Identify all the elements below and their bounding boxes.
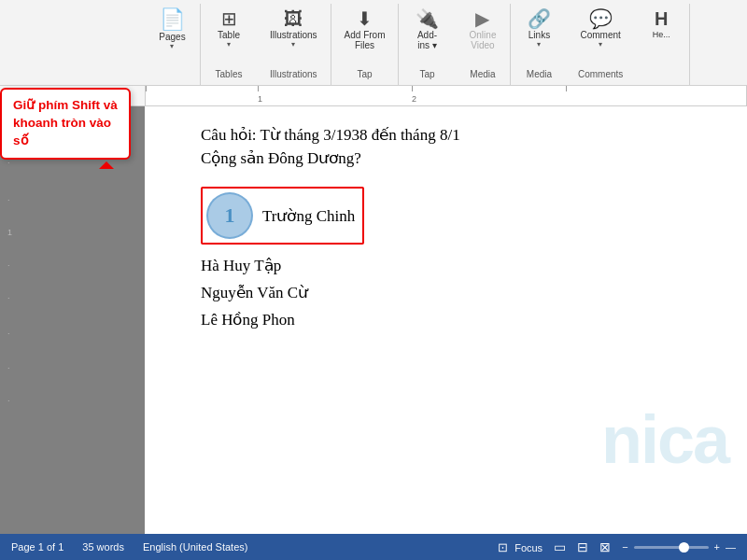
header-footer-icon: H xyxy=(655,9,668,28)
ribbon-group-add-from-files: ⬇ Add FromFiles Tap xyxy=(331,4,400,85)
comment-button[interactable]: 💬 Comment ▾ xyxy=(574,6,626,69)
answer-list: 1 Trường Chinh Hà Huy Tập Nguyễn Văn Cừ … xyxy=(201,183,719,333)
header-footer-button[interactable]: H He... xyxy=(647,6,676,83)
ribbon-group-links: 🔗 Links ▾ Media xyxy=(511,4,567,85)
zoom-track[interactable] xyxy=(634,546,709,549)
language: English (United States) xyxy=(143,541,248,553)
ribbon-group-online-video: ▶ OnlineVideo Media xyxy=(455,4,511,85)
page-info: Page 1 of 1 xyxy=(11,541,63,553)
zoom-minus[interactable]: − xyxy=(622,541,627,553)
add-from-files-group-label: Tap xyxy=(357,69,372,83)
focus-label[interactable]: ⊡ Focus xyxy=(498,539,543,554)
dot-3: · xyxy=(7,195,10,204)
dot-9: · xyxy=(7,396,10,405)
pages-label: Pages xyxy=(159,32,185,42)
illustrations-group-label: Illustrations xyxy=(270,69,317,83)
answer-circle-1: 1 xyxy=(206,192,253,239)
ribbon-group-pages: 📄 Pages ▾ xyxy=(145,4,201,85)
illustrations-icon: 🖼 xyxy=(284,9,303,28)
ruler-tick-1: 1 xyxy=(258,86,262,105)
callout-tooltip: Giữ phím Shift vàkhoanh tròn vàosố xyxy=(0,88,131,160)
ruler-tick-2: 2 xyxy=(412,86,416,105)
answer-text-2: Hà Huy Tập xyxy=(201,256,281,275)
comment-label: Comment xyxy=(580,30,620,40)
links-group-label: Media xyxy=(527,69,552,83)
answer-text-1: Trường Chinh xyxy=(262,206,355,226)
table-button[interactable]: ⊞ Table ▾ xyxy=(212,6,246,69)
comments-group-label: Comments xyxy=(578,69,623,83)
illustrations-label: Illustrations xyxy=(270,30,317,40)
add-from-files-label: Add FromFiles xyxy=(345,30,386,50)
ribbon-group-add-ins: 🔌 Add-ins ▾ Tap xyxy=(399,4,455,85)
ribbon-group-comment: 💬 Comment ▾ Comments xyxy=(567,4,633,85)
answer-item-3: Nguyễn Văn Cừ xyxy=(201,279,719,306)
links-button[interactable]: 🔗 Links ▾ xyxy=(522,6,557,69)
add-from-files-icon: ⬇ xyxy=(357,9,373,28)
pages-button[interactable]: 📄 Pages ▾ xyxy=(153,6,190,83)
online-video-button[interactable]: ▶ OnlineVideo xyxy=(464,6,502,69)
answer-text-4: Lê Hồng Phon xyxy=(201,310,295,329)
status-right: ⊡ Focus ▭ ⊟ ⊠ − + — xyxy=(498,539,736,554)
dot-7: · xyxy=(7,329,10,338)
view-single-icon[interactable]: ▭ xyxy=(554,539,566,554)
doc-question: Câu hỏi: Từ tháng 3/1938 đến tháng 8/1 xyxy=(201,125,719,145)
tables-group-label: Tables xyxy=(216,69,243,83)
online-video-label: OnlineVideo xyxy=(470,30,497,50)
status-bar: Page 1 of 1 35 words English (United Sta… xyxy=(0,534,747,560)
media-group-label: Media xyxy=(470,69,495,83)
answer-item-2: Hà Huy Tập xyxy=(201,252,719,279)
add-ins-label: Add-ins ▾ xyxy=(417,30,437,50)
ribbon-group-header-footer: H He... xyxy=(634,4,690,85)
answer-text-3: Nguyễn Văn Cừ xyxy=(201,283,308,302)
ribbon-group-illustrations: 🖼 Illustrations ▾ Illustrations xyxy=(257,4,331,85)
answer-item-1: 1 Trường Chinh xyxy=(201,183,719,248)
word-count: 35 words xyxy=(82,541,124,553)
white-page: nica Câu hỏi: Từ tháng 3/1938 đến tháng … xyxy=(145,106,747,534)
watermark: nica xyxy=(601,401,728,478)
ruler-inner: 1 2 xyxy=(145,86,747,105)
online-video-icon: ▶ xyxy=(475,9,489,28)
focus-text: Focus xyxy=(514,542,543,553)
ribbon-group-table: ⊞ Table ▾ Tables xyxy=(201,4,257,85)
doc-subquestion: Cộng sản Đông Dương? xyxy=(201,148,719,168)
add-ins-button[interactable]: 🔌 Add-ins ▾ xyxy=(410,6,444,69)
view-multi-icon[interactable]: ⊟ xyxy=(577,539,588,554)
links-label: Links xyxy=(529,30,550,40)
comment-icon: 💬 xyxy=(589,9,613,28)
pages-icon: 📄 xyxy=(160,9,185,30)
dot-4: 1 xyxy=(7,228,12,237)
add-ins-group-label: Tap xyxy=(419,69,434,83)
view-reading-icon[interactable]: ⊠ xyxy=(599,539,611,554)
links-icon: 🔗 xyxy=(528,9,551,28)
zoom-plus[interactable]: + xyxy=(714,541,720,553)
zoom-level: — xyxy=(726,541,736,553)
zoom-thumb[interactable] xyxy=(679,542,689,553)
focus-icon: ⊡ xyxy=(498,540,508,554)
zoom-control[interactable]: − + — xyxy=(622,541,736,553)
header-footer-label: He... xyxy=(653,30,670,39)
illustrations-button[interactable]: 🖼 Illustrations ▾ xyxy=(264,6,323,69)
callout-text: Giữ phím Shift vàkhoanh tròn vàosố xyxy=(13,98,118,147)
answer-number-1: 1 xyxy=(225,203,235,228)
add-ins-icon: 🔌 xyxy=(416,9,439,28)
table-label: Table xyxy=(218,30,240,40)
dot-5: · xyxy=(7,260,10,270)
ribbon: 📄 Pages ▾ ⊞ Table ▾ Tables 🖼 Illustratio… xyxy=(0,0,747,86)
left-margin: · · · 1 · · · · · xyxy=(0,106,145,534)
dot-8: · xyxy=(7,363,10,372)
page-area: · · · 1 · · · · · nica Câu hỏi: Từ tháng… xyxy=(0,106,747,534)
add-from-files-button[interactable]: ⬇ Add FromFiles xyxy=(339,6,391,69)
table-icon: ⊞ xyxy=(221,9,237,28)
answer-item-4: Lê Hồng Phon xyxy=(201,306,719,333)
dot-6: · xyxy=(7,293,10,302)
